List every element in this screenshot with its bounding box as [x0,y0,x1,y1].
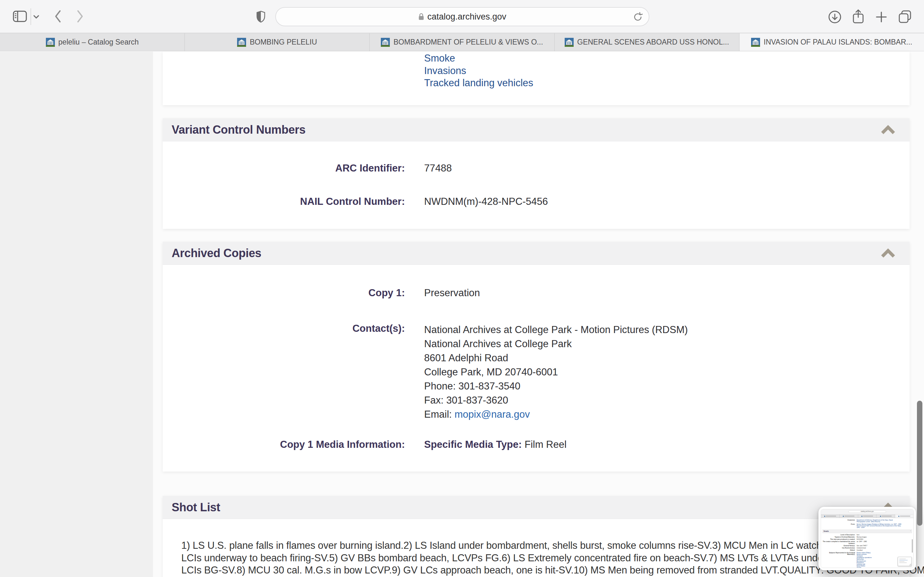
shield-icon [256,11,265,23]
tab-peleliu-catalog-search[interactable]: peleliu – Catalog Search [0,33,185,51]
section-title: Shot List [172,496,220,519]
field-value: Preservation [424,287,480,299]
media-type-label: Specific Media Type: [424,439,522,450]
sidebar-icon [13,10,27,23]
mini-label: The creator compiled or maintained the s… [821,541,855,544]
mini-value: Series: Moving Images Relating to Milita… [857,524,905,529]
padlock-icon [418,13,424,21]
section-title: Variant Control Numbers [172,118,305,141]
archived-copies-card: Archived Copies Copy 1: Preservation Con… [163,242,909,472]
field-label: Contact(s): [163,323,405,334]
mini-row: Type(s) of Archival Materials:Moving Ima… [821,536,913,538]
mini-row: From: Series: Moving Images Relating to … [821,524,913,529]
subject-link-invasions[interactable]: Invasions [424,65,533,77]
screenshot-thumbnail-window[interactable]: catalog.archives.gov Creator(s): Departm… [819,507,916,570]
chevron-down-icon [33,15,39,19]
page-viewport: Smoke Invasions Tracked landing vehicles… [0,52,924,577]
mini-line: Record Group 428: General Records of the… [857,525,905,529]
field-label: Copy 1: [163,287,405,299]
tab-bombing-peleliu[interactable]: BOMBING PELELIU [185,33,370,51]
email-link[interactable]: mopix@nara.gov [455,409,530,420]
mini-tab-bar [821,514,913,518]
shot-list-card: Shot List 1) LS U.S. plane falls in flam… [163,496,909,577]
share-button[interactable] [852,9,865,24]
tab-label: INVASION OF PALAU ISLANDS: BOMBAR... [764,38,912,47]
tab-overview-button[interactable] [898,10,912,23]
address-bar[interactable]: catalog.archives.gov [275,7,649,26]
mini-tab-title [826,516,836,516]
shot-list-line: LCIs underway to beach firing-SV.5) GV B… [181,552,924,564]
subject-link-tracked-landing-vehicles[interactable]: Tracked landing vehicles [424,77,533,89]
contact-line: 8601 Adelphi Road [424,351,688,365]
sidebar-menu-button[interactable] [33,15,39,19]
mini-value: 9/15/1944 [857,538,863,540]
mini-value: Moving Images [857,536,867,538]
mini-favicon [880,516,881,517]
tab-invasion-of-palau-islands-active[interactable]: INVASION OF PALAU ISLANDS: BOMBAR... [740,33,924,51]
mini-row: This item was produced or created:9/15/1… [821,538,913,540]
scrollbar-thumb[interactable] [917,401,922,526]
mini-label: Subjects Represented in the Archival Mat… [821,552,855,568]
mini-row: Use Restriction(s):Undetermined [821,547,913,549]
mini-details-header: Details^ [822,530,912,533]
subject-link-smoke[interactable]: Smoke [424,52,533,65]
mini-value: ca. 1947 - 1980 [857,541,867,544]
mini-label: Type(s) of Archival Materials: [821,536,855,538]
mini-value: Unedited [857,550,863,551]
back-button[interactable] [54,10,61,23]
mini-value: Department of Defense. Department of the… [857,519,893,523]
mini-section-title: Details [824,530,829,532]
tab-bombardment-of-peleliu[interactable]: BOMBARDMENT OF PELELIU & VIEWS O... [370,33,554,51]
downloads-button[interactable] [828,10,842,24]
variant-section-header[interactable]: Variant Control Numbers [163,118,909,141]
mini-label: General Note(s): [821,545,855,546]
mini-favicon [898,516,899,517]
email-prefix: Email: [424,409,455,420]
field-label: Copy 1 Media Information: [163,439,405,450]
shot-list-line: 1) LS U.S. plane falls in flames over bu… [181,540,924,552]
mini-tab-title [882,516,892,516]
shot-list-section-header[interactable]: Shot List [163,496,909,519]
field-value: NWDNM(m)-428-NPC-5456 [424,196,548,207]
new-tab-button[interactable] [876,11,887,23]
shot-list-text: 1) LS U.S. plane falls in flames over bu… [181,540,924,577]
mini-toolbar: catalog.archives.gov [821,509,913,514]
mini-label: Edited: [821,550,855,551]
mini-favicon [843,516,844,517]
variant-control-numbers-card: Variant Control Numbers ARC Identifier: … [163,118,909,229]
mini-nested-thumbnail [898,557,912,566]
collapse-button[interactable] [881,248,895,259]
contact-line: National Archives at College Park - Moti… [424,323,688,337]
field-label: NAIL Control Number: [163,196,405,207]
collapse-button[interactable] [881,125,895,136]
subjects-card: Smoke Invasions Tracked landing vehicles [163,52,909,105]
mini-line: Photographic Center. (Most Recent) [857,521,893,522]
mini-subject-links: Peleliu Island (Palau) Motion pictures A… [857,552,873,568]
mini-row: The creator compiled or maintained the s… [821,541,913,544]
safari-window: catalog.archives.gov [0,0,924,577]
tab-overview-icon [898,10,912,23]
page-curl-icon [909,563,911,566]
mini-label: Creator(s): [821,519,855,523]
privacy-report-button[interactable] [256,11,265,23]
reload-button[interactable] [633,12,643,23]
mini-favicon [861,516,863,517]
download-icon [828,10,842,24]
mini-link: Smoke [857,567,873,568]
toolbar-divider [31,8,31,25]
mini-content: Creator(s): Department of Defense. Depar… [821,518,913,568]
section-title: Archived Copies [172,242,262,265]
plus-icon [876,11,887,23]
tab-general-scenes-uss-honolulu[interactable]: GENERAL SCENES ABOARD USS HONOL... [555,33,740,51]
mini-value: Item [857,534,859,536]
sidebar-toggle-button[interactable] [13,10,27,23]
nara-favicon [751,38,760,47]
contact-email-line: Email: mopix@nara.gov [424,408,688,422]
mini-label: This item was produced or created: [821,538,855,540]
mini-tab [840,514,858,518]
forward-button[interactable] [76,10,84,23]
mini-value: Undetermined [857,547,866,549]
tab-label: peleliu – Catalog Search [58,38,139,47]
archived-section-header[interactable]: Archived Copies [163,242,909,265]
page-left-gutter [0,52,153,577]
